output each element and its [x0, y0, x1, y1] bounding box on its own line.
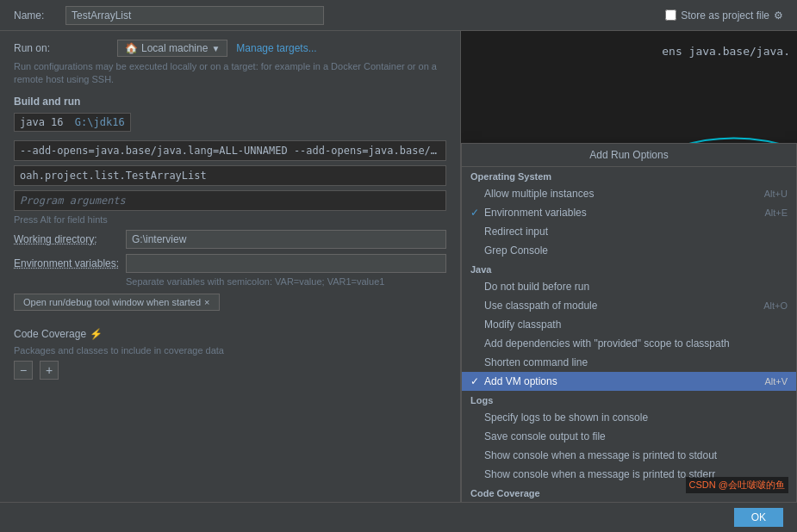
dropdown-item-shortcut: Alt+U — [764, 189, 788, 199]
press-alt-hint: Press Alt for field hints — [14, 214, 446, 225]
env-vars-label: Environment variables: — [14, 257, 126, 269]
watermark: CSDN @会吐啵啵的鱼 — [686, 477, 788, 493]
dropdown-item-label: Shorten command line — [484, 356, 788, 368]
dropdown-item[interactable]: ✓Specify classes and packages — [462, 501, 796, 502]
dropdown-item-label: Grep Console — [484, 244, 788, 257]
right-panel: ens java.base/java. Modify options ∨ Alt… — [461, 31, 797, 502]
env-vars-hint: Separate variables with semicolon: VAR=v… — [126, 276, 446, 287]
dropdown-item-shortcut: Alt+O — [763, 300, 788, 311]
dropdown-item[interactable]: Modify classpath — [462, 315, 796, 334]
dropdown-item-label: Show console when a message is printed t… — [484, 449, 788, 461]
dropdown-item-shortcut: Alt+V — [764, 376, 788, 387]
dropdown-item[interactable]: Do not build before run — [462, 277, 796, 296]
run-hint-text: Run configurations may be executed local… — [14, 60, 446, 87]
dropdown-item[interactable]: Show console when a message is printed t… — [462, 446, 796, 465]
java-path-text: G:\jdk16 — [75, 116, 125, 128]
coverage-buttons: − + — [14, 361, 446, 380]
java-version-text: java 16 — [20, 116, 64, 128]
build-run-title: Build and run — [14, 96, 446, 108]
run-on-label: Run on: — [14, 42, 117, 54]
run-on-value: Local machine — [141, 42, 208, 54]
dropdown-item-label: Use classpath of module — [484, 300, 746, 312]
dropdown-item-label: Add VM options — [484, 375, 747, 387]
working-dir-label: Working directory: — [14, 233, 126, 245]
name-input[interactable] — [65, 6, 324, 25]
working-dir-row: Working directory: — [14, 230, 446, 249]
program-args-placeholder: Program arguments — [20, 195, 126, 207]
code-coverage-title: Code Coverage ⚡ — [14, 328, 446, 340]
vm-options-text: --add-opens=java.base/java.lang=ALL-UNNA… — [20, 145, 446, 157]
manage-targets-link[interactable]: Manage targets... — [236, 42, 316, 54]
dropdown-item-label: Modify classpath — [484, 319, 788, 331]
dropdown-section-title: Logs — [462, 391, 796, 408]
ok-button[interactable]: OK — [734, 508, 783, 527]
home-icon: 🏠 — [125, 42, 138, 54]
tag-close-icon[interactable]: × — [204, 297, 209, 307]
main-class-field[interactable]: oah.project.list.TestArrayList — [14, 165, 446, 186]
dropdown-item[interactable]: Shorten command line — [462, 353, 796, 372]
name-bar: Name: Store as project file ⚙ — [0, 0, 797, 31]
dropdown-item-label: Add dependencies with "provided" scope t… — [484, 337, 788, 350]
program-args-field[interactable]: Program arguments — [14, 190, 446, 211]
store-area: Store as project file ⚙ — [665, 9, 783, 22]
store-project-label: Store as project file — [681, 9, 769, 22]
working-dir-input[interactable] — [126, 230, 446, 249]
coverage-hint: Packages and classes to include in cover… — [14, 345, 446, 356]
main-class-text: oah.project.list.TestArrayList — [20, 170, 207, 182]
dropdown-section-title: Operating System — [462, 167, 796, 184]
dropdown-item[interactable]: Use classpath of moduleAlt+O — [462, 296, 796, 315]
dropdown-item-label: Do not build before run — [484, 281, 788, 293]
dropdown-item-label: Environment variables — [484, 207, 747, 219]
dropdown-section-title: Java — [462, 260, 796, 277]
dropdown-item[interactable]: Specify logs to be shown in console — [462, 408, 796, 427]
dropdown-item[interactable]: Add dependencies with "provided" scope t… — [462, 334, 796, 353]
dropdown-item[interactable]: Redirect input — [462, 222, 796, 241]
coverage-minus-btn[interactable]: − — [14, 361, 33, 380]
run-on-dropdown-arrow: ▼ — [211, 44, 220, 53]
open-debug-label: Open run/debug tool window when started — [23, 297, 201, 307]
check-mark-icon: ✓ — [470, 375, 484, 387]
dropdown-item[interactable]: Allow multiple instancesAlt+U — [462, 184, 796, 203]
dropdown-item[interactable]: ✓Environment variablesAlt+E — [462, 203, 796, 222]
left-panel: Run on: 🏠 Local machine ▼ Manage targets… — [0, 31, 461, 502]
code-coverage-section: Code Coverage ⚡ Packages and classes to … — [14, 328, 446, 380]
open-debug-tag[interactable]: Open run/debug tool window when started … — [14, 294, 220, 311]
code-bg-text: ens java.base/java. — [655, 38, 797, 65]
java-version-field[interactable]: java 16 G:\jdk16 — [14, 113, 131, 132]
gear-icon[interactable]: ⚙ — [774, 9, 783, 22]
dropdown-menu: Add Run Options Operating System Allow m… — [461, 143, 797, 502]
store-project-checkbox[interactable] — [665, 9, 676, 21]
code-coverage-bullet: ⚡ — [90, 328, 103, 340]
vm-options-field[interactable]: --add-opens=java.base/java.lang=ALL-UNNA… — [14, 140, 446, 161]
env-vars-input[interactable] — [126, 254, 446, 273]
run-on-select[interactable]: 🏠 Local machine ▼ — [117, 40, 227, 57]
check-mark-icon: ✓ — [470, 207, 484, 219]
run-on-row: Run on: 🏠 Local machine ▼ Manage targets… — [14, 40, 446, 57]
dropdown-item[interactable]: ✓Add VM optionsAlt+V — [462, 372, 796, 391]
run-on-container: 🏠 Local machine ▼ Manage targets... — [117, 40, 317, 57]
dropdown-item-label: Redirect input — [484, 226, 788, 238]
code-bg-content: ens java.base/java. — [662, 45, 790, 58]
env-vars-row: Environment variables: — [14, 254, 446, 273]
dropdown-item[interactable]: Save console output to file — [462, 427, 796, 446]
dropdown-item-shortcut: Alt+E — [764, 207, 788, 218]
dropdown-header: Add Run Options — [462, 144, 796, 167]
name-label: Name: — [14, 9, 57, 22]
code-coverage-text: Code Coverage — [14, 328, 86, 340]
dropdown-item[interactable]: Grep Console — [462, 241, 796, 260]
dropdown-item-label: Save console output to file — [484, 430, 788, 442]
coverage-plus-btn[interactable]: + — [40, 361, 59, 380]
bottom-bar: OK — [0, 502, 797, 532]
dropdown-item-label: Allow multiple instances — [484, 188, 747, 200]
dropdown-item-label: Specify logs to be shown in console — [484, 411, 788, 424]
